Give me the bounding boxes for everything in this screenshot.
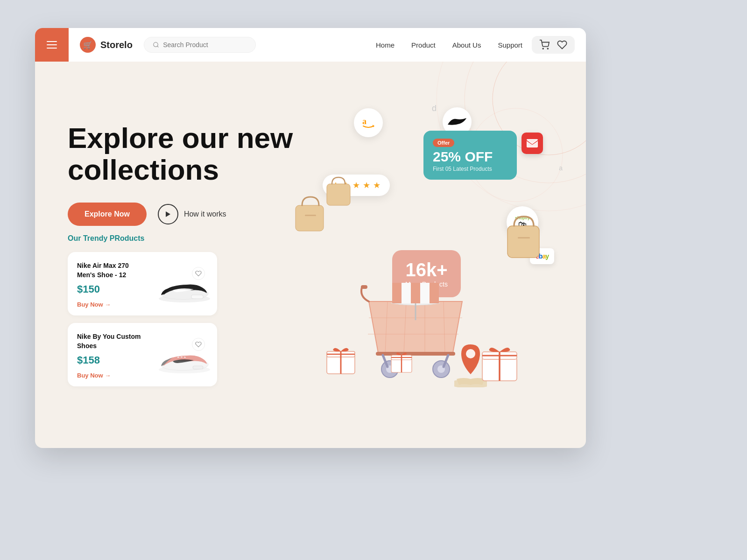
brand-icon: 🛒 <box>80 37 96 53</box>
store-scene: a <box>287 99 558 416</box>
mail-badge <box>521 133 543 154</box>
shopping-bag-small <box>324 174 352 209</box>
svg-rect-12 <box>193 366 203 369</box>
explore-now-button[interactable]: Explore Now <box>68 203 147 226</box>
product-card-1: Nike Air Max 270 Men's Shoe - 12 $150 Bu… <box>68 252 217 315</box>
svg-rect-34 <box>411 283 420 303</box>
svg-rect-27 <box>376 352 455 356</box>
trendy-products-section: Our Trendy PRoducts Nike Air Max 270 Men… <box>68 234 217 386</box>
navbar: 🛒 Storelo Home Product About Us Support <box>35 28 586 62</box>
star-3: ★ <box>352 180 360 190</box>
svg-rect-33 <box>392 283 402 303</box>
svg-rect-15 <box>527 140 537 147</box>
svg-rect-19 <box>518 237 530 238</box>
how-it-works-button[interactable]: How it works <box>158 204 226 224</box>
hamburger-icon <box>47 41 57 49</box>
svg-rect-17 <box>305 215 316 216</box>
brand-logo[interactable]: 🛒 Storelo <box>69 37 144 53</box>
svg-rect-9 <box>191 295 203 299</box>
nav-action-group <box>532 36 575 54</box>
svg-rect-51 <box>327 184 350 205</box>
play-icon <box>158 204 178 224</box>
trendy-title: Our Trendy PRoducts <box>68 234 217 243</box>
svg-point-2 <box>543 48 543 49</box>
hero-title: Explore our new collections <box>68 122 301 186</box>
search-icon <box>153 41 159 49</box>
brand-name: Storelo <box>100 40 133 50</box>
svg-rect-10 <box>182 296 190 299</box>
nav-link-home[interactable]: Home <box>376 41 395 49</box>
shopping-bag-left-1 <box>292 192 329 236</box>
browser-window: 🛒 Storelo Home Product About Us Support <box>35 28 586 448</box>
product-cards-list: Nike Air Max 270 Men's Shoe - 12 $150 Bu… <box>68 252 217 386</box>
svg-rect-18 <box>507 226 539 258</box>
offer-card: Offer 25% OFF First 05 Latest Products <box>423 131 517 180</box>
gift-box-small <box>390 348 413 376</box>
svg-text:a: a <box>362 117 366 126</box>
cart-button[interactable] <box>539 40 550 50</box>
nav-link-product[interactable]: Product <box>411 41 436 49</box>
hero-section: d a Explore our new collections Explore … <box>35 62 586 448</box>
svg-point-3 <box>547 48 548 49</box>
cart-icon <box>539 40 550 50</box>
product-card-2: Nike By You Custom Shoes $158 Buy Now → <box>68 323 217 386</box>
product-name-1: Nike Air Max 270 Men's Shoe - 12 <box>77 261 147 280</box>
count-number: 16k+ <box>405 259 448 280</box>
wishlist-btn-2[interactable] <box>192 338 205 351</box>
gift-box-2 <box>479 340 521 384</box>
svg-rect-35 <box>430 283 439 303</box>
svg-point-38 <box>466 349 475 358</box>
offer-tag: Offer <box>433 139 454 147</box>
svg-line-1 <box>157 46 159 48</box>
product-name-2: Nike By You Custom Shoes <box>77 332 147 350</box>
wishlist-button[interactable] <box>557 40 567 50</box>
star-5: ★ <box>373 180 381 190</box>
search-input[interactable] <box>163 41 247 49</box>
gift-box-1 <box>324 341 357 378</box>
star-4: ★ <box>363 180 370 190</box>
hamburger-button[interactable] <box>35 28 69 62</box>
offer-desc: First 05 Latest Products <box>433 166 507 172</box>
wishlist-btn-1[interactable] <box>192 267 205 280</box>
shopping-bag-right-1 <box>503 211 545 264</box>
deco-letter-a2: a <box>559 164 563 172</box>
offer-percent: 25% OFF <box>433 150 507 164</box>
amazon-badge: a <box>354 108 383 137</box>
nav-links: Home Product About Us Support <box>376 41 532 49</box>
nav-link-about[interactable]: About Us <box>452 41 481 49</box>
svg-rect-26 <box>361 285 367 289</box>
search-bar[interactable] <box>144 37 256 53</box>
nav-link-support[interactable]: Support <box>498 41 522 49</box>
svg-point-0 <box>154 42 158 47</box>
svg-rect-16 <box>296 205 324 231</box>
heart-icon <box>557 40 567 50</box>
